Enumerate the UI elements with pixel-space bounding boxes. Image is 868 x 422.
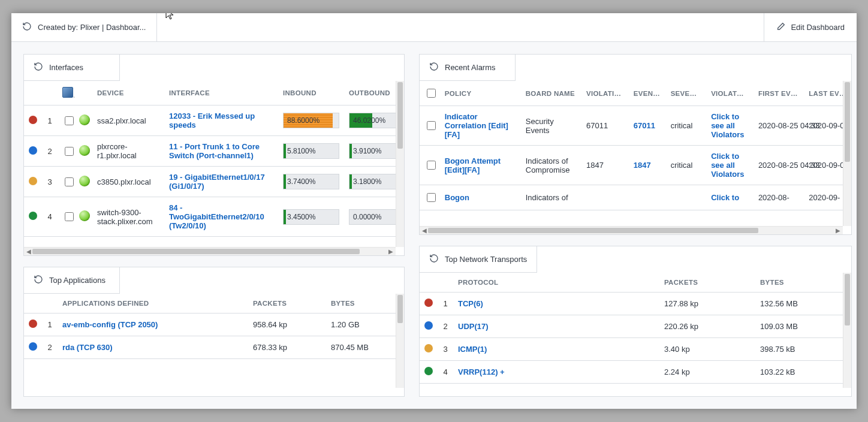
vscrollbar[interactable] <box>843 273 851 388</box>
protocol-link[interactable]: VRRP(112) + <box>458 367 505 376</box>
col-violations[interactable]: VIOLATIONS <box>581 81 629 106</box>
interfaces-table: DEVICE INTERFACE INBOUND OUTBOUND 1 ssa2… <box>24 81 404 237</box>
col-packets[interactable]: PACKETS <box>248 294 326 314</box>
policy-link[interactable]: Bogon Attempt [Edit][FA] <box>445 156 501 174</box>
top-apps-header: Top Applications <box>24 267 120 294</box>
violators-link[interactable]: Click to <box>711 193 739 202</box>
interface-link[interactable]: 11 - Port Trunk 1 to Core Switch (Port-c… <box>169 142 260 160</box>
table-row[interactable]: 2 rda (TCP 630) 678.33 kp 870.45 MB <box>24 336 404 358</box>
board-cell: Security Events <box>521 106 581 146</box>
col-board[interactable]: BOARD NAME <box>521 81 581 106</box>
refresh-icon[interactable] <box>22 22 32 33</box>
severity-cell: critical <box>666 106 707 146</box>
hscrollbar[interactable]: ◀ ▶ <box>420 226 843 234</box>
app-link[interactable]: rda (TCP 630) <box>62 343 113 352</box>
edit-dashboard-button[interactable]: Edit Dashboard <box>764 13 857 41</box>
col-severity[interactable]: SEVERITY <box>666 81 707 106</box>
table-row[interactable]: 1 TCP(6) 127.88 kp 132.56 MB <box>420 293 851 315</box>
col-interface[interactable]: INTERFACE <box>164 81 278 106</box>
violations-cell: 1847 <box>581 146 629 185</box>
packets-cell: 678.33 kp <box>248 336 326 358</box>
breadcrumb[interactable]: Created by: Plixer | Dashboar... <box>11 13 157 41</box>
col-bytes[interactable]: BYTES <box>755 273 851 293</box>
vscrollbar[interactable] <box>396 294 404 388</box>
row-checkbox[interactable] <box>65 212 74 221</box>
interface-link[interactable]: 19 - GigabitEthernet1/0/17 (Gi1/0/17) <box>169 173 265 191</box>
app-link[interactable]: av-emb-config (TCP 2050) <box>62 320 158 329</box>
table-row[interactable]: 2 plxrcore-r1.plxr.local 11 - Port Trunk… <box>24 136 404 167</box>
violators-link[interactable]: Click to see all Violators <box>711 112 744 139</box>
row-checkbox[interactable] <box>427 161 436 170</box>
color-dot <box>424 344 433 352</box>
col-app[interactable]: APPLICATIONS DEFINED <box>58 294 248 314</box>
table-row[interactable]: 1 av-emb-config (TCP 2050) 958.64 kp 1.2… <box>24 313 404 336</box>
col-first[interactable]: FIRST EVENT <box>754 81 804 106</box>
first-event-cell: 2020-08- <box>754 185 804 210</box>
row-index: 1 <box>42 106 58 136</box>
col-device[interactable]: DEVICE <box>92 81 164 106</box>
severity-cell <box>666 185 707 210</box>
packets-cell: 3.40 kp <box>659 338 755 361</box>
col-bytes[interactable]: BYTES <box>326 294 404 314</box>
select-all-checkbox[interactable] <box>427 89 436 98</box>
globe-icon <box>62 87 73 98</box>
col-packets[interactable]: PACKETS <box>659 273 755 293</box>
table-row[interactable]: 2 UDP(17) 220.26 kp 109.03 MB <box>420 315 851 338</box>
table-row[interactable]: Bogon Attempt [Edit][FA] Indicators of C… <box>420 146 851 185</box>
transports-header: Top Network Transports <box>420 246 537 273</box>
col-policy[interactable]: POLICY <box>440 81 521 106</box>
violations-cell: 67011 <box>581 106 629 146</box>
progress-bar: 5.8100% <box>283 143 339 159</box>
topbar: Created by: Plixer | Dashboar... Edit Da… <box>11 13 857 42</box>
protocol-link[interactable]: TCP(6) <box>458 299 483 308</box>
table-row[interactable]: 4 VRRP(112) + 2.24 kp 103.22 kB <box>420 361 851 384</box>
protocol-link[interactable]: UDP(17) <box>458 322 489 331</box>
row-checkbox[interactable] <box>65 177 74 186</box>
violators-link[interactable]: Click to see all Violators <box>711 152 744 179</box>
row-checkbox[interactable] <box>427 121 436 130</box>
row-index: 3 <box>438 338 453 361</box>
col-events[interactable]: EVENTS <box>629 81 666 106</box>
events-link[interactable]: 67011 <box>634 121 655 130</box>
refresh-icon[interactable] <box>429 62 439 73</box>
col-violators[interactable]: VIOLATORS <box>706 81 754 106</box>
progress-bar: 46.0200% <box>349 113 399 128</box>
transports-title: Top Network Transports <box>445 255 527 264</box>
policy-link[interactable]: Indicator Correlation [Edit][FA] <box>445 112 508 139</box>
device-cell: plxrcore-r1.plxr.local <box>92 136 164 167</box>
vscrollbar[interactable] <box>843 81 851 226</box>
table-row[interactable]: 3 c3850.plxr.local 19 - GigabitEthernet1… <box>24 167 404 197</box>
refresh-icon[interactable] <box>429 254 439 265</box>
packets-cell: 958.64 kp <box>248 313 326 336</box>
events-link[interactable]: 1847 <box>634 161 651 170</box>
status-icon <box>79 176 90 186</box>
vscrollbar[interactable] <box>396 81 404 247</box>
protocol-link[interactable]: ICMP(1) <box>458 345 487 354</box>
row-checkbox[interactable] <box>65 147 74 156</box>
table-row[interactable]: 3 ICMP(1) 3.40 kp 398.75 kB <box>420 338 851 361</box>
alarms-panel: Recent Alarms POLICY BOARD NAME <box>419 54 852 235</box>
table-row[interactable]: 1 ssa2.plxr.local 12033 - Erik Messed up… <box>24 106 404 136</box>
alarms-table: POLICY BOARD NAME VIOLATIONS EVENTS SEVE… <box>420 81 851 210</box>
table-row[interactable]: 4 switch-9300-stack.plixer.com 84 - TwoG… <box>24 197 404 237</box>
interface-link[interactable]: 12033 - Erik Messed up speeds <box>169 111 255 129</box>
table-row[interactable]: Bogon Indicators of Click to 2020-08- 20… <box>420 185 851 210</box>
top-apps-panel: Top Applications APPLICATIONS DEFINED PA… <box>23 267 405 397</box>
refresh-icon[interactable] <box>34 62 43 73</box>
status-icon <box>79 114 90 125</box>
interface-link[interactable]: 84 - TwoGigabitEthernet2/0/10 (Tw2/0/10) <box>169 203 264 230</box>
row-checkbox[interactable] <box>65 116 74 125</box>
refresh-icon[interactable] <box>34 275 43 286</box>
col-protocol[interactable]: PROTOCOL <box>453 273 659 293</box>
device-cell: switch-9300-stack.plixer.com <box>92 197 164 237</box>
hscrollbar[interactable]: ◀ ▶ <box>24 247 396 255</box>
row-checkbox[interactable] <box>427 193 436 202</box>
policy-link[interactable]: Bogon <box>445 193 469 202</box>
device-cell: c3850.plxr.local <box>92 167 164 197</box>
col-outbound[interactable]: OUTBOUND <box>344 81 404 106</box>
row-index: 4 <box>42 197 58 237</box>
table-row[interactable]: Indicator Correlation [Edit][FA] Securit… <box>420 106 851 146</box>
col-inbound[interactable]: INBOUND <box>278 81 344 106</box>
packets-cell: 127.88 kp <box>659 293 755 315</box>
alarms-title: Recent Alarms <box>445 63 496 72</box>
